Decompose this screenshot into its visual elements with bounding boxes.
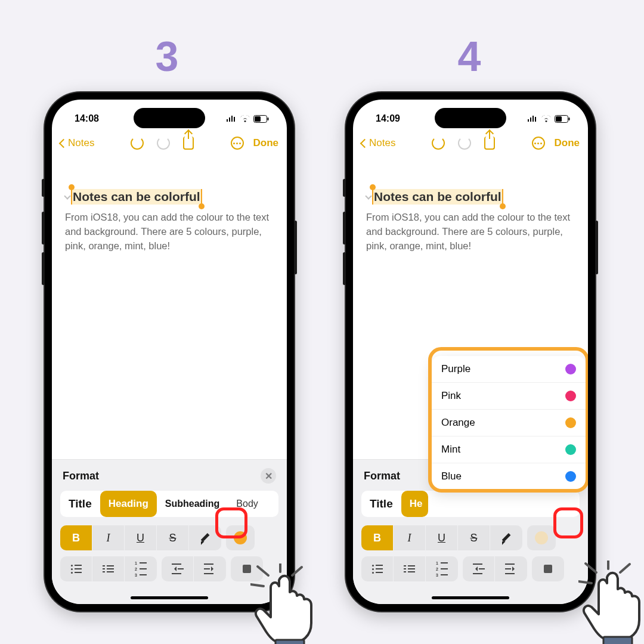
style-body[interactable]: Body — [228, 491, 266, 517]
outdent-button[interactable] — [162, 556, 194, 581]
dash-list-icon — [103, 565, 114, 572]
number-list-button[interactable]: 1 2 3 — [426, 556, 458, 581]
block-quote-button[interactable] — [532, 556, 564, 581]
format-biu-row: B I U S — [60, 525, 278, 550]
status-bar: 14:09 — [353, 108, 588, 129]
svg-line-14 — [620, 564, 630, 572]
undo-icon[interactable] — [131, 137, 144, 150]
color-option-orange[interactable]: Orange — [432, 410, 586, 436]
chevron-left-icon — [59, 138, 69, 148]
format-title: Format — [364, 470, 400, 482]
block-icon — [544, 565, 552, 573]
format-biu-row: B I U S — [361, 525, 580, 550]
color-label: Blue — [441, 470, 462, 482]
style-heading[interactable]: Heading — [100, 491, 157, 517]
italic-button[interactable]: I — [92, 525, 125, 550]
back-button[interactable]: Notes — [361, 137, 395, 149]
close-format-button[interactable]: ✕ — [261, 468, 276, 484]
indent-button[interactable] — [495, 556, 527, 581]
share-icon[interactable] — [484, 137, 495, 150]
status-bar: 14:08 — [52, 108, 287, 129]
undo-icon[interactable] — [432, 137, 445, 150]
redo-icon — [458, 137, 471, 150]
color-swatch-icon — [234, 531, 247, 544]
chevron-left-icon — [360, 138, 370, 148]
number-list-icon: 1 2 3 — [135, 561, 147, 577]
outdent-icon — [172, 564, 184, 574]
number-list-icon: 1 2 3 — [436, 561, 448, 577]
note-title-selected[interactable]: Notes can be colorful — [72, 189, 202, 205]
collapse-icon[interactable] — [365, 193, 371, 199]
bullet-list-icon — [372, 565, 383, 574]
outdent-icon — [473, 564, 485, 574]
note-body-text[interactable]: From iOS18, you can add the colour to th… — [366, 210, 575, 253]
text-color-button[interactable] — [226, 525, 255, 550]
color-swatch — [565, 444, 576, 455]
color-popover: Purple Pink Orange Mint Blue — [432, 356, 586, 490]
pencil-icon — [501, 532, 512, 543]
bold-button[interactable]: B — [60, 525, 92, 550]
redo-icon — [157, 137, 170, 150]
color-label: Pink — [441, 390, 461, 402]
text-color-button[interactable] — [527, 525, 556, 550]
svg-rect-5 — [569, 117, 570, 120]
done-button[interactable]: Done — [253, 137, 279, 149]
style-title[interactable]: Title — [60, 491, 100, 517]
status-time: 14:08 — [75, 113, 99, 124]
note-title-selected[interactable]: Notes can be colorful — [373, 189, 503, 205]
color-label: Orange — [441, 417, 475, 429]
bullet-list-button[interactable] — [60, 556, 92, 581]
done-button[interactable]: Done — [555, 137, 580, 149]
share-icon[interactable] — [183, 137, 194, 150]
color-option-purple[interactable]: Purple — [432, 356, 586, 383]
italic-button[interactable]: I — [394, 525, 426, 550]
strike-button[interactable]: S — [458, 525, 490, 550]
style-subheading[interactable]: Subheading — [157, 491, 228, 517]
color-swatch — [565, 364, 576, 374]
collapse-icon[interactable] — [64, 193, 70, 199]
outdent-button[interactable] — [463, 556, 495, 581]
phone-step-3: 14:08 Notes Done — [45, 92, 294, 611]
block-quote-button[interactable] — [231, 556, 263, 581]
note-body-text[interactable]: From iOS18, you can add the colour to th… — [65, 210, 274, 253]
dash-list-button[interactable] — [92, 556, 125, 581]
more-icon[interactable] — [532, 137, 545, 150]
svg-rect-15 — [603, 637, 632, 644]
bullet-list-icon — [71, 565, 82, 574]
underline-button[interactable]: U — [426, 525, 458, 550]
highlight-pencil-button[interactable] — [189, 525, 221, 550]
bullet-list-button[interactable] — [361, 556, 394, 581]
status-right-icons — [527, 115, 570, 123]
color-option-mint[interactable]: Mint — [432, 436, 586, 463]
step-number-4: 4 — [439, 33, 499, 80]
pencil-icon — [200, 532, 210, 543]
format-panel: Format ✕ Title Heading Subheading Body B… — [52, 459, 287, 604]
back-button[interactable]: Notes — [60, 137, 94, 149]
dash-list-icon — [404, 565, 415, 572]
style-title[interactable]: Title — [361, 491, 401, 517]
highlight-pencil-button[interactable] — [490, 525, 522, 550]
number-list-button[interactable]: 1 2 3 — [125, 556, 157, 581]
indent-icon — [505, 564, 517, 574]
nav-bar: Notes Done — [52, 133, 287, 151]
status-right-icons — [226, 115, 269, 123]
color-label: Purple — [441, 363, 470, 375]
bold-button[interactable]: B — [361, 525, 394, 550]
more-icon[interactable] — [231, 137, 244, 150]
note-content: Notes can be colorful From iOS18, you ca… — [353, 189, 588, 253]
color-option-pink[interactable]: Pink — [432, 383, 586, 410]
home-indicator — [131, 596, 208, 599]
indent-button[interactable] — [194, 556, 226, 581]
color-option-blue[interactable]: Blue — [432, 463, 586, 490]
color-swatch — [565, 417, 576, 428]
strike-button[interactable]: S — [157, 525, 189, 550]
note-content: Notes can be colorful From iOS18, you ca… — [52, 189, 287, 253]
style-heading[interactable]: He — [401, 491, 429, 517]
dash-list-button[interactable] — [394, 556, 426, 581]
block-icon — [243, 565, 251, 573]
nav-bar: Notes Done — [353, 133, 588, 151]
color-label: Mint — [441, 444, 460, 456]
color-swatch — [565, 391, 576, 401]
underline-button[interactable]: U — [125, 525, 157, 550]
color-swatch-icon — [535, 531, 548, 544]
